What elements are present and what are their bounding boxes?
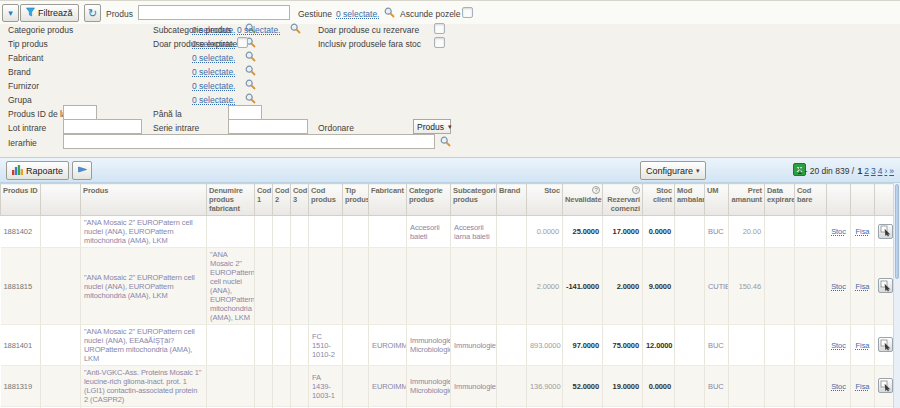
column-header-nevalidate[interactable]: ?Nevalidate — [563, 184, 603, 216]
inclusiv-produsele-fara-stoc-checkbox[interactable] — [434, 37, 445, 48]
column-header-brand[interactable]: Brand — [497, 184, 527, 216]
run-report-button[interactable] — [72, 161, 92, 180]
fisa-link[interactable]: Fisa — [856, 282, 870, 291]
column-header-stoc[interactable]: Stoc — [527, 184, 563, 216]
column-header-denumire[interactable]: Denumire produs fabricant — [207, 184, 255, 216]
help-icon[interactable]: ? — [632, 186, 640, 194]
select-product-button[interactable] — [878, 224, 893, 239]
ordonare-select[interactable]: Produs ▾ — [413, 119, 451, 134]
cell-denumire — [207, 325, 255, 366]
column-header-data_expirare[interactable]: Data expirare — [765, 184, 795, 216]
column-header-subcategorie[interactable]: Subcategorie produs — [451, 184, 497, 216]
cell-stoc_link: Stoc — [827, 248, 851, 325]
column-header-label: Nevalidate — [565, 195, 602, 204]
doar-produse-cu-rezervare-checkbox[interactable] — [434, 23, 445, 34]
column-header-cod1[interactable]: Cod 1 — [255, 184, 273, 216]
column-header-rezervari[interactable]: ?Rezervari comenzi — [603, 184, 643, 216]
gestiune-select-link[interactable]: 0 selectate. — [336, 9, 379, 19]
cell-cod_bare — [795, 216, 827, 248]
cell-mod_ambalare — [675, 366, 705, 407]
pana-la-input[interactable] — [228, 105, 262, 120]
cell-rezervari: 2.0000 — [603, 248, 643, 325]
cell-fisa_link: Fisa — [851, 248, 875, 325]
column-header-produs[interactable]: Produs — [81, 184, 207, 216]
furnizor-select-link[interactable]: 0 selectate. — [192, 81, 235, 91]
column-header-label: Denumire produs fabricant — [209, 186, 243, 213]
cell-action — [875, 325, 895, 366]
fisa-link[interactable]: Fisa — [856, 341, 870, 350]
column-header-pret[interactable]: Pret amanunt — [729, 184, 765, 216]
column-header-label: Subcategorie produs — [453, 186, 497, 204]
cell-mod_ambalare — [675, 325, 705, 366]
column-header-um[interactable]: UM — [705, 184, 729, 216]
column-header-label: Produs ID — [3, 186, 38, 195]
select-product-button[interactable] — [878, 378, 893, 393]
fabricant-select-link[interactable]: 0 selectate. — [192, 53, 235, 63]
collapse-filter-button[interactable]: ▾ — [2, 4, 19, 22]
page-last-link[interactable]: » — [889, 166, 894, 176]
page-next-link[interactable]: › — [884, 166, 887, 176]
select-product-button[interactable] — [878, 337, 893, 352]
lot-intrare-input[interactable] — [63, 119, 142, 134]
bar-chart-icon — [12, 164, 23, 177]
page-link-2[interactable]: 2 — [864, 166, 869, 176]
cell-cod2 — [273, 325, 291, 366]
page-link-3[interactable]: 3 — [871, 166, 876, 176]
column-header-label: Cod bare — [797, 186, 812, 204]
fisa-link[interactable]: Fisa — [856, 382, 870, 391]
pointer-icon — [880, 280, 892, 292]
column-header-id[interactable]: Produs ID — [1, 184, 41, 216]
stoc-link[interactable]: Stoc — [831, 341, 846, 350]
column-header-fabricant[interactable]: Fabricant — [369, 184, 407, 216]
caret-down-icon: ▾ — [696, 167, 700, 175]
cell-cod_bare — [795, 248, 827, 325]
ierarhie-input[interactable] — [63, 134, 435, 149]
cell-produs: "ANA Mosaic 2" EUROPattern cell nucleì (… — [81, 325, 207, 366]
brand-search-icon[interactable] — [245, 65, 256, 78]
cell-data_expirare — [765, 248, 795, 325]
column-header-label: Cod 2 — [275, 186, 289, 204]
column-header-cod3[interactable]: Cod 3 — [291, 184, 309, 216]
column-header-categorie[interactable]: Categorie produs — [407, 184, 451, 216]
column-header-cod2[interactable]: Cod 2 — [273, 184, 291, 216]
rapoarte-button[interactable]: Rapoarte — [6, 161, 69, 180]
grupa-select-link[interactable]: 0 selectate. — [192, 95, 235, 105]
column-header-stoc_client[interactable]: Stoc client — [643, 184, 675, 216]
select-product-button[interactable] — [878, 278, 893, 293]
column-header-mod_ambalare[interactable]: Mod ambalare — [675, 184, 705, 216]
configurare-button[interactable]: Configurare ▾ — [640, 161, 706, 180]
ierarhie-search-icon[interactable] — [440, 136, 451, 149]
serie-intrare-input[interactable] — [228, 119, 308, 134]
fisa-link[interactable]: Fisa — [856, 227, 870, 236]
column-header-cod_produs[interactable]: Cod produs — [309, 184, 343, 216]
brand-select-link[interactable]: 0 selectate. — [192, 67, 235, 77]
produs-filter-input[interactable] — [138, 5, 290, 20]
doar-produse-expirate-checkbox[interactable] — [237, 37, 248, 48]
scrollbar-thumb[interactable] — [895, 184, 899, 279]
stoc-link[interactable]: Stoc — [831, 282, 846, 291]
stoc-link[interactable]: Stoc — [831, 382, 846, 391]
subcategorie-produs-search-icon[interactable] — [290, 23, 301, 36]
gestiune-search-icon[interactable] — [384, 7, 395, 20]
furnizor-search-icon[interactable] — [245, 79, 256, 92]
cell-nevalidate: -141.0000 — [563, 248, 603, 325]
column-header-tip_produs[interactable]: Tip produs — [343, 184, 369, 216]
fabricant-search-icon[interactable] — [245, 51, 256, 64]
refresh-button[interactable]: ↻ — [84, 4, 101, 22]
caret-down-icon: ▾ — [448, 123, 452, 131]
page-link-4[interactable]: 4 — [878, 166, 883, 176]
cell-fisa_link: Fisa — [851, 366, 875, 407]
cell-produs: "ANA Mosaic 2" EUROPatern cell nuclei (A… — [81, 216, 207, 248]
cell-rezervari: 19.0000 — [603, 366, 643, 407]
filter-button[interactable]: Filtrează — [20, 4, 79, 22]
column-header-label: Pret amanunt — [731, 186, 762, 204]
vertical-scrollbar[interactable] — [893, 183, 900, 408]
help-icon[interactable]: ? — [592, 186, 600, 194]
ascunde-pozele-checkbox[interactable] — [462, 7, 473, 18]
stoc-link[interactable]: Stoc — [831, 227, 846, 236]
doar-produse-cu-rezervare-label: Doar produse cu rezervare — [318, 25, 419, 35]
cell-data_expirare — [765, 366, 795, 407]
column-header-cod_bare[interactable]: Cod bare — [795, 184, 827, 216]
subcategorie-produs-select-link[interactable]: 0 selectate. — [237, 25, 280, 35]
produs-id-de-la-input[interactable] — [63, 105, 97, 120]
